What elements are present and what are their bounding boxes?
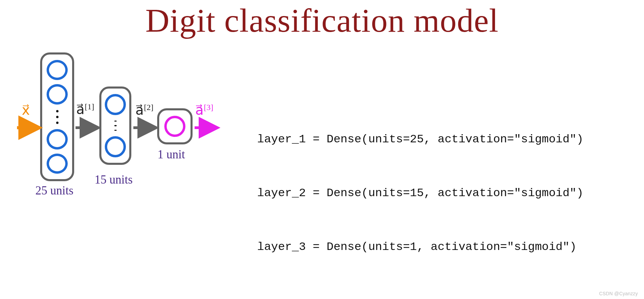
code-line: layer_2 = Dense(units=15, activation="si… [257,184,583,202]
code-line: layer_3 = Dense(units=1, activation="sig… [257,238,583,256]
neuron-icon [47,60,68,80]
code-line: layer_1 = Dense(units=25, activation="si… [257,130,583,148]
a1-vector-label: a⃗[1] [76,101,94,117]
neuron-icon [47,154,68,174]
watermark: CSDN @Cyanzzy [599,291,638,296]
a3-vector-label: a⃗[3] [195,102,213,118]
neuron-icon [105,94,126,115]
code-block: layer_1 = Dense(units=25, activation="si… [257,59,583,299]
neuron-icon [105,136,126,157]
layer-2-box [99,86,131,165]
neuron-icon [47,129,68,149]
layer1-units-label: 25 units [35,184,73,198]
output-neuron-icon [164,116,185,137]
ellipsis-dots-icon [114,119,117,132]
neuron-icon [47,84,68,104]
a2-vector-label: a⃗[2] [135,102,153,118]
layer2-units-label: 15 units [95,173,133,187]
layer3-units-label: 1 unit [158,148,185,161]
layer-1-box [40,52,74,181]
ellipsis-dots-icon [56,108,59,126]
x-vector-label: x⃗ [22,102,30,118]
layer-3-box [157,108,193,144]
